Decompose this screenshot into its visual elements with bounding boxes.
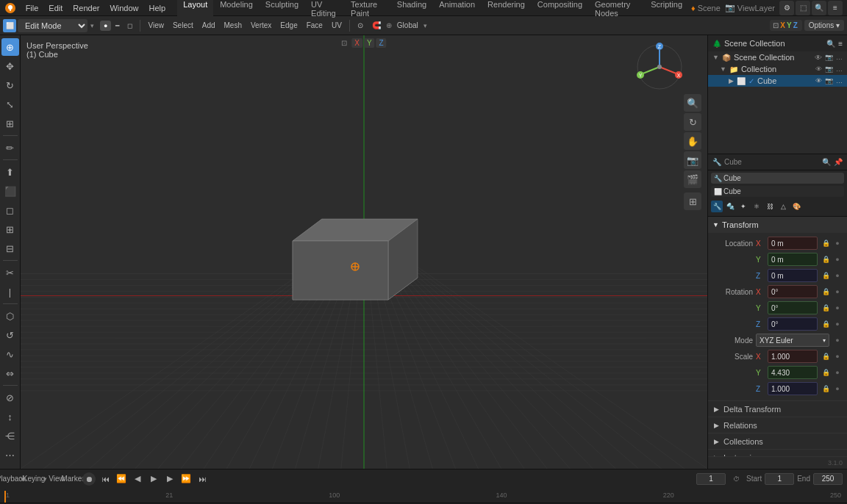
rotation-x-dot[interactable]: ● — [832, 287, 843, 297]
tool-knife[interactable]: ✂ — [1, 264, 19, 281]
tool-shrink-fatten[interactable]: ⊘ — [1, 389, 19, 406]
rotation-y-value[interactable]: 0° — [768, 301, 818, 314]
mesh-menu[interactable]: Mesh — [221, 20, 246, 31]
tool-scale[interactable]: ⤡ — [1, 96, 19, 113]
prop-tab-object[interactable]: 🔧 — [711, 201, 723, 212]
outliner-search[interactable]: 🔍 — [826, 40, 835, 48]
uv-menu[interactable]: UV — [328, 20, 346, 31]
relations-section[interactable]: ▶ Relations — [708, 417, 847, 433]
rotation-y-lock[interactable]: 🔒 — [821, 303, 831, 313]
mode-extra-btn[interactable]: ▾ — [89, 22, 96, 29]
viewport-3d[interactable]: User Perspective (1) Cube ⊡ X Y Z — [21, 35, 707, 469]
location-x-value[interactable]: 0 m — [768, 237, 818, 250]
outliner-scene-collection[interactable]: ▼ 📦 Scene Collection 👁 📷 … — [708, 51, 847, 63]
properties-pin[interactable]: 📌 — [834, 158, 843, 166]
tool-bevel[interactable]: ◻ — [1, 201, 19, 219]
tab-sculpting[interactable]: Sculpting — [260, 0, 304, 19]
header-icon-1[interactable]: ⚙ — [779, 1, 794, 15]
rotation-z-value[interactable]: 0° — [768, 317, 818, 331]
tool-move[interactable]: ✥ — [1, 57, 19, 75]
prev-keyframe-btn[interactable]: ◀ — [131, 472, 144, 486]
z-axis-btn[interactable]: Z — [376, 38, 387, 48]
camera-view-btn[interactable]: 📷 — [684, 151, 701, 169]
tool-annotate[interactable]: ✏ — [1, 139, 19, 156]
add-menu[interactable]: Add — [199, 20, 219, 31]
tool-poly-build[interactable]: ⬡ — [1, 307, 19, 325]
tool-spin[interactable]: ↺ — [1, 326, 19, 344]
outliner-collection[interactable]: ▼ 📁 Collection 👁 📷 … — [708, 63, 847, 75]
scale-z-lock[interactable]: 🔒 — [821, 384, 831, 394]
tool-offset-edge-loop[interactable]: ⊟ — [1, 240, 19, 257]
jump-end-btn[interactable]: ⏭ — [196, 472, 209, 486]
scale-y-lock[interactable]: 🔒 — [821, 367, 831, 378]
tool-transform[interactable]: ⊞ — [1, 115, 19, 132]
playback-dropdown[interactable]: Playback — [4, 472, 18, 486]
vertex-select-mode[interactable]: ● — [100, 21, 111, 31]
viewlayer-dropdown[interactable]: ViewLayer — [737, 4, 775, 12]
tab-shading[interactable]: Shading — [391, 0, 432, 19]
location-z-lock[interactable]: 🔒 — [821, 270, 831, 281]
rotate-view-btn[interactable]: ↻ — [684, 113, 701, 131]
location-z-dot[interactable]: ● — [832, 270, 843, 281]
prop-tab-physics[interactable]: ⚛ — [751, 201, 762, 212]
tab-uv-editing[interactable]: UV Editing — [305, 0, 344, 19]
tab-modeling[interactable]: Modeling — [214, 0, 259, 19]
properties-search[interactable]: 🔍 — [822, 158, 831, 166]
delta-transform-section[interactable]: ▶ Delta Transform — [708, 401, 847, 417]
menu-help[interactable]: Help — [145, 2, 171, 14]
render-view-btn[interactable]: 🎬 — [684, 170, 701, 188]
menu-edit[interactable]: Edit — [44, 2, 67, 14]
marker-dropdown[interactable]: Marker — [66, 472, 79, 486]
location-z-value[interactable]: 0 m — [768, 269, 818, 282]
current-frame-input[interactable]: 1 — [696, 473, 726, 485]
scene-collection-eye[interactable]: 👁 — [815, 54, 822, 62]
outliner-cube-object[interactable]: ▶ ⬜ ✓ Cube 👁 📷 … — [708, 75, 847, 87]
tool-inset[interactable]: ⬛ — [1, 182, 19, 200]
tool-loop-cut[interactable]: ⊞ — [1, 220, 19, 238]
tab-texture-paint[interactable]: Texture Paint — [345, 0, 390, 19]
cube-options[interactable]: … — [836, 77, 843, 84]
mode-dot[interactable]: ● — [832, 335, 843, 345]
snap-toggle[interactable]: 🧲 — [368, 20, 385, 31]
prop-tab-constraints[interactable]: ⛓ — [764, 201, 776, 212]
prop-tab-modifier[interactable]: 🔩 — [724, 201, 736, 212]
viewport-gizmo[interactable]: Z X Y — [634, 41, 678, 85]
tab-rendering[interactable]: Rendering — [482, 0, 531, 19]
rotation-mode-select[interactable]: XYZ Euler ▾ — [756, 334, 829, 347]
scale-y-value[interactable]: 4.430 — [768, 366, 818, 379]
prop-tab-material[interactable]: 🎨 — [790, 201, 802, 212]
scale-x-value[interactable]: 1.000 — [768, 350, 818, 363]
scene-dropdown[interactable]: Scene — [698, 4, 721, 12]
y-axis-btn[interactable]: Y — [364, 38, 375, 48]
tool-rip-region[interactable]: ⋯ — [1, 446, 19, 464]
keying-dropdown-arrow[interactable]: ▾ — [43, 475, 47, 483]
next-keyframe-btn[interactable]: ▶ — [163, 472, 176, 486]
scale-x-lock[interactable]: 🔒 — [821, 351, 831, 361]
rotation-z-dot[interactable]: ● — [832, 319, 843, 329]
global-local-select[interactable]: Global — [393, 20, 422, 31]
overlay-toggle[interactable]: ⊞ — [684, 192, 701, 210]
pan-view-btn[interactable]: ✋ — [684, 132, 701, 150]
tool-cursor[interactable]: ⊕ — [1, 38, 19, 56]
tab-compositing[interactable]: Compositing — [532, 0, 588, 19]
end-frame-input[interactable]: 250 — [813, 473, 843, 485]
tab-layout[interactable]: Layout — [177, 0, 213, 19]
collections-section[interactable]: ▶ Collections — [708, 433, 847, 450]
location-y-value[interactable]: 0 m — [768, 253, 818, 266]
rotation-z-lock[interactable]: 🔒 — [821, 319, 831, 329]
prop-tab-object-data[interactable]: △ — [777, 201, 789, 212]
outliner-filter[interactable]: ≡ — [838, 40, 843, 48]
face-select-mode[interactable]: ◻ — [124, 21, 136, 31]
scale-y-dot[interactable]: ● — [832, 367, 843, 378]
scene-collection-options[interactable]: … — [836, 54, 843, 61]
header-icon-2[interactable]: ⬚ — [796, 1, 810, 15]
scene-collection-render[interactable]: 📷 — [825, 54, 833, 61]
edge-menu[interactable]: Edge — [276, 20, 301, 31]
record-button[interactable]: ⏺ — [82, 472, 96, 486]
rotation-x-value[interactable]: 0° — [768, 285, 818, 298]
zoom-in-btn[interactable]: 🔍 — [684, 94, 701, 112]
rotation-x-lock[interactable]: 🔒 — [821, 287, 831, 297]
edge-select-mode[interactable]: ━ — [112, 21, 123, 31]
start-frame-input[interactable]: 1 — [765, 473, 794, 485]
tab-geometry-nodes[interactable]: Geometry Nodes — [589, 0, 644, 19]
